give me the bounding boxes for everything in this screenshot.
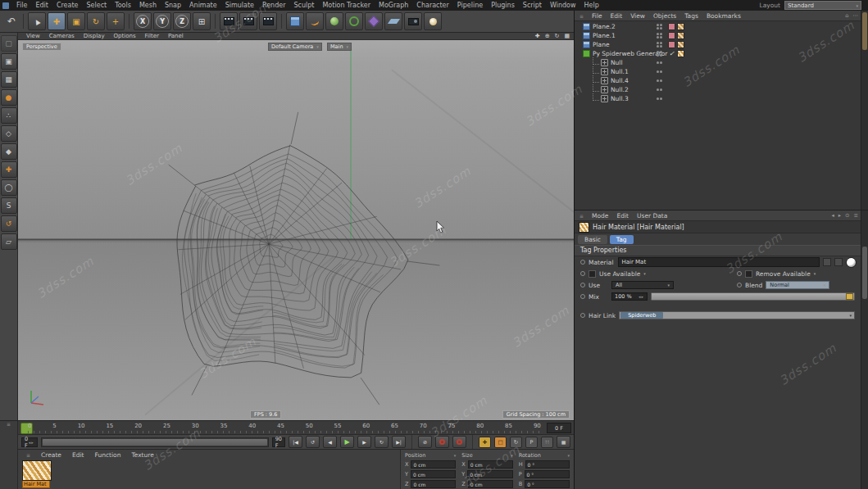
workplane-toggle-button[interactable]: ▱ [1, 233, 17, 250]
panel-handle-icon[interactable]: ≡ [579, 213, 584, 219]
add-light-button[interactable] [424, 12, 442, 30]
points-mode-button[interactable]: ∴ [1, 107, 17, 124]
material-menu-texture[interactable]: Texture [131, 451, 153, 459]
render-view-button[interactable] [220, 12, 238, 30]
anim-dot-icon[interactable] [580, 283, 585, 288]
om-menu-file[interactable]: File [592, 12, 602, 20]
add-spline-button[interactable] [306, 12, 324, 30]
viewport-menu-panel[interactable]: Panel [168, 33, 184, 39]
pan-view-icon[interactable]: ✚ [535, 33, 540, 39]
material-preview-ball[interactable] [846, 257, 857, 268]
tag-properties-header[interactable]: Tag Properties [575, 245, 868, 256]
am-menu-mode[interactable]: Mode [592, 212, 608, 220]
panel-menu-icon[interactable]: ≡ [854, 212, 858, 219]
anim-dot-icon[interactable] [737, 283, 742, 288]
record-active-objects-button[interactable] [435, 436, 449, 448]
chevron-down-icon[interactable]: ▾ [643, 271, 646, 276]
visibility-toggles[interactable] [657, 97, 662, 100]
material-tag-icon[interactable] [677, 41, 684, 48]
add-camera-button[interactable] [404, 12, 422, 30]
visibility-toggles[interactable] [657, 51, 662, 57]
menu-script[interactable]: Script [519, 2, 546, 9]
add-deformer-button[interactable] [365, 12, 383, 30]
coordinate-system-button[interactable]: ⊞ [193, 12, 211, 30]
viewport-menu-options[interactable]: Options [114, 33, 136, 39]
timeline-range-slider[interactable] [41, 437, 269, 447]
menu-window[interactable]: Window [546, 2, 580, 9]
rotation-h-field[interactable]: 0 ° [525, 460, 570, 469]
menu-simulate[interactable]: Simulate [221, 2, 258, 9]
viewport-menu-cameras[interactable]: Cameras [49, 33, 75, 39]
edges-mode-button[interactable]: ◇ [1, 125, 17, 142]
object-row-plane[interactable]: Plane [576, 40, 858, 49]
next-key-button[interactable]: ↻ [375, 436, 389, 448]
use-select[interactable]: All ▾ [611, 281, 674, 289]
am-menu-userdata[interactable]: User Data [637, 212, 667, 220]
hair-collider-tag-icon[interactable] [668, 23, 675, 30]
mix-slider-handle[interactable] [846, 293, 853, 300]
tab-tag[interactable]: Tag [610, 235, 634, 244]
menu-render[interactable]: Render [258, 2, 289, 9]
material-name-label[interactable]: Hair Mat [22, 481, 50, 488]
hair-material-thumbnail[interactable] [22, 460, 52, 481]
overflow-menu-icon[interactable]: ⋯ [853, 12, 859, 19]
anim-dot-icon[interactable] [580, 313, 585, 318]
previous-frame-button[interactable]: ◀ [323, 436, 337, 448]
viewport-solo-button[interactable]: ◯ [1, 179, 17, 196]
add-generator-button[interactable] [325, 12, 343, 30]
menu-help[interactable]: Help [580, 2, 603, 9]
texture-mode-button[interactable]: ▦ [1, 71, 17, 88]
rotate-view-icon[interactable]: ↻ [555, 33, 560, 39]
live-selection-button[interactable]: ▲ [28, 12, 46, 30]
size-z-field[interactable]: 0 cm [468, 480, 513, 488]
last-tool-button[interactable]: + [107, 12, 125, 30]
menu-mesh[interactable]: Mesh [135, 2, 161, 9]
visibility-toggles[interactable] [657, 88, 662, 91]
material-menu-function[interactable]: Function [94, 451, 120, 459]
polygons-mode-button[interactable]: ◆ [1, 143, 17, 160]
rotation-b-field[interactable]: 0 ° [525, 480, 570, 488]
goto-end-button[interactable]: ▶| [392, 436, 406, 448]
panel-handle-icon[interactable]: ≡ [579, 13, 584, 19]
visibility-toggles[interactable] [657, 79, 662, 82]
timeline-ruler[interactable]: 05 1015 2025 3035 4045 5055 6065 7075 80… [18, 420, 574, 434]
keyframe-grid-button[interactable]: ▦ [557, 436, 570, 448]
zoom-view-icon[interactable]: ⊕ [545, 33, 550, 39]
next-frame-button[interactable]: ▶ [357, 436, 371, 448]
position-z-field[interactable]: 0 cm [411, 480, 456, 488]
history-back-icon[interactable]: ◂ [832, 212, 834, 219]
tab-basic[interactable]: Basic [578, 235, 607, 244]
lock-y-axis-button[interactable]: Y [153, 12, 171, 30]
panel-handle-icon[interactable]: ≡ [7, 421, 11, 427]
range-end-field[interactable]: 90 F [272, 437, 285, 447]
hair-link-token[interactable]: Spiderweb [620, 312, 663, 319]
size-y-field[interactable]: 0 cm [467, 470, 512, 478]
om-menu-tags[interactable]: Tags [684, 12, 698, 20]
model-mode-button[interactable]: ▣ [1, 53, 17, 70]
object-manager-scrollbar[interactable] [861, 11, 868, 210]
position-y-field[interactable]: 0 cm [411, 470, 456, 478]
hair-collider-tag-icon[interactable] [668, 32, 675, 39]
layout-select[interactable]: Standard ▾ [784, 1, 861, 10]
mix-slider[interactable] [651, 292, 855, 301]
position-x-field[interactable]: 0 cm [411, 460, 456, 469]
am-menu-edit[interactable]: Edit [616, 212, 629, 220]
range-start-field[interactable]: 0 F ◂▸ [21, 437, 38, 447]
menu-file[interactable]: File [12, 2, 31, 9]
menu-character[interactable]: Character [412, 2, 453, 9]
record-rotation-toggle[interactable]: ↻ [510, 437, 522, 448]
material-menu-edit[interactable]: Edit [72, 451, 84, 459]
rotation-p-field[interactable]: 0 ° [525, 470, 570, 478]
viewport-menu-view[interactable]: View [26, 33, 40, 39]
history-forward-icon[interactable]: ▸ [838, 212, 841, 219]
om-menu-objects[interactable]: Objects [653, 12, 676, 20]
hair-material-tag-icon[interactable] [677, 50, 684, 57]
render-settings-button[interactable] [259, 12, 277, 30]
browse-link-button[interactable] [834, 258, 843, 266]
menu-animate[interactable]: Animate [185, 2, 221, 9]
object-row-null3[interactable]: Null.3 [576, 94, 858, 103]
object-row-null4[interactable]: Null.4 [576, 76, 858, 85]
material-tag-icon[interactable] [677, 32, 684, 39]
material-tag-icon[interactable] [677, 23, 684, 30]
record-keyframe-button[interactable]: ⊘ [418, 436, 432, 448]
